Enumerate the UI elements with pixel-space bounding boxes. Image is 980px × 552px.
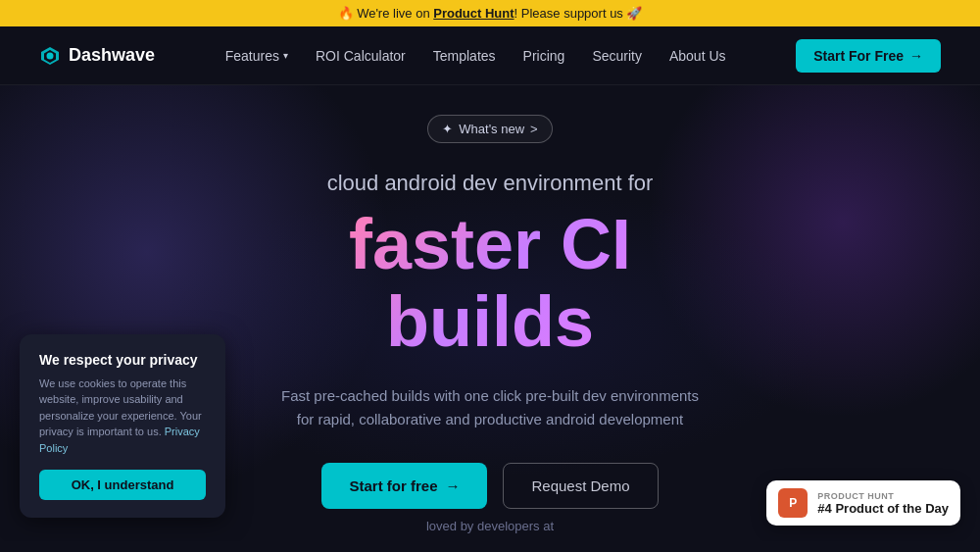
- whats-new-badge[interactable]: ✦ What's new >: [427, 115, 552, 143]
- svg-point-2: [47, 52, 54, 59]
- nav-security[interactable]: Security: [592, 48, 642, 64]
- request-demo-button[interactable]: Request Demo: [503, 463, 658, 509]
- product-hunt-logo-icon: P: [778, 488, 808, 518]
- whats-new-chevron-icon: >: [530, 122, 538, 136]
- nav-about-us[interactable]: About Us: [669, 48, 726, 64]
- product-hunt-rank: #4 Product of the Day: [817, 501, 949, 516]
- announcement-text-before: 🔥 We're live on: [338, 6, 434, 21]
- start-free-arrow-icon: →: [445, 477, 460, 494]
- hero-buttons: Start for free → Request Demo: [321, 463, 658, 509]
- navbar-cta-button[interactable]: Start For Free →: [796, 39, 941, 73]
- announcement-bar: 🔥 We're live on Product Hunt! Please sup…: [0, 0, 980, 26]
- hero-subtitle: cloud android dev environment for: [327, 171, 654, 196]
- logo-icon: [39, 45, 61, 67]
- features-chevron-icon: ▾: [283, 50, 288, 61]
- bg-glow-right: [647, 85, 980, 419]
- cookie-text: We use cookies to operate this website, …: [39, 376, 206, 457]
- nav-roi-calculator[interactable]: ROI Calculator: [316, 48, 406, 64]
- cookie-title: We respect your privacy: [39, 352, 206, 368]
- hero-section: ✦ What's new > cloud android dev environ…: [0, 85, 980, 541]
- cookie-ok-button[interactable]: OK, I understand: [39, 470, 206, 500]
- product-hunt-label: Product Hunt: [817, 491, 949, 501]
- whats-new-label: What's new: [459, 122, 524, 136]
- logo-area[interactable]: Dashwave: [39, 45, 155, 67]
- product-hunt-badge[interactable]: P Product Hunt #4 Product of the Day: [766, 480, 960, 526]
- nav-templates[interactable]: Templates: [433, 48, 496, 64]
- nav-pricing[interactable]: Pricing: [523, 48, 565, 64]
- whats-new-star-icon: ✦: [442, 122, 453, 136]
- hero-description: Fast pre-cached builds with one click pr…: [274, 384, 706, 431]
- product-hunt-text: Product Hunt #4 Product of the Day: [817, 491, 949, 516]
- loved-by-text: loved by developers at: [426, 519, 554, 533]
- nav-features[interactable]: Features ▾: [225, 48, 288, 64]
- announcement-text-after: ! Please support us 🚀: [514, 6, 643, 21]
- product-hunt-link[interactable]: Product Hunt: [433, 6, 514, 21]
- nav-links: Features ▾ ROI Calculator Templates Pric…: [225, 48, 726, 64]
- hero-title: faster CI builds: [349, 206, 631, 361]
- cookie-consent-banner: We respect your privacy We use cookies t…: [20, 334, 225, 519]
- logo-text: Dashwave: [69, 45, 155, 66]
- navbar: Dashwave Features ▾ ROI Calculator Templ…: [0, 26, 980, 85]
- start-free-button[interactable]: Start for free →: [321, 463, 487, 509]
